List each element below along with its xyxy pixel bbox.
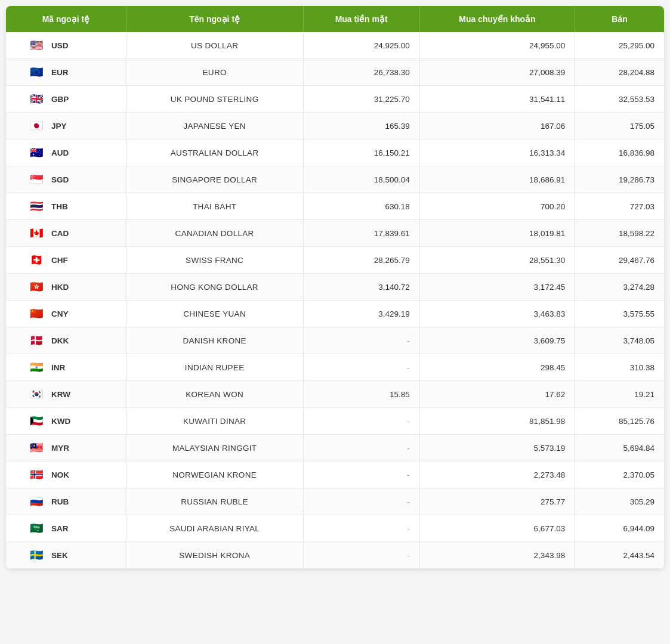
currency-code-cell: 🇲🇾 MYR bbox=[6, 435, 126, 462]
table-row: 🇸🇦 SAR SAUDI ARABIAN RIYAL-6,677.036,944… bbox=[6, 515, 664, 542]
sell-value: 32,553.53 bbox=[575, 86, 664, 113]
currency-code-cell: 🇸🇪 SEK bbox=[6, 542, 126, 569]
table-row: 🇰🇼 KWD KUWAITI DINAR-81,851.9885,125.76 bbox=[6, 408, 664, 435]
table-row: 🇮🇳 INR INDIAN RUPEE-298.45310.38 bbox=[6, 354, 664, 381]
sell-value: 29,467.76 bbox=[575, 247, 664, 274]
flag-icon: 🇸🇪 bbox=[30, 549, 47, 561]
buy-transfer-value: 81,851.98 bbox=[419, 408, 575, 435]
sell-value: 175.05 bbox=[575, 113, 664, 140]
sell-value: 16,836.98 bbox=[575, 140, 664, 166]
buy-cash-value: 28,265.79 bbox=[303, 247, 419, 274]
table-row: 🇹🇭 THB THAI BAHT630.18700.20727.03 bbox=[6, 193, 664, 220]
sell-value: 3,748.05 bbox=[575, 327, 664, 354]
buy-cash-value: - bbox=[303, 408, 419, 435]
sell-value: 2,443.54 bbox=[575, 542, 664, 569]
table-row: 🇩🇰 DKK DANISH KRONE-3,609.753,748.05 bbox=[6, 327, 664, 354]
currency-name-cell: CANADIAN DOLLAR bbox=[126, 220, 303, 247]
currency-code-cell: 🇮🇳 INR bbox=[6, 354, 126, 381]
buy-transfer-value: 27,008.39 bbox=[419, 59, 575, 86]
buy-transfer-value: 298.45 bbox=[419, 354, 575, 381]
table-row: 🇸🇬 SGD SINGAPORE DOLLAR18,500.0418,686.9… bbox=[6, 166, 664, 193]
flag-icon: 🇷🇺 bbox=[30, 496, 47, 507]
sell-value: 310.38 bbox=[575, 354, 664, 381]
buy-cash-value: 24,925.00 bbox=[303, 32, 419, 59]
currency-name-cell: EURO bbox=[126, 59, 303, 86]
flag-icon: 🇲🇾 bbox=[30, 442, 47, 454]
currency-code: AUD bbox=[51, 148, 69, 157]
buy-transfer-value: 18,686.91 bbox=[419, 166, 575, 193]
currency-code-cell: 🇺🇸 USD bbox=[6, 32, 126, 59]
buy-transfer-value: 2,343.98 bbox=[419, 542, 575, 569]
table-row: 🇳🇴 NOK NORWEGIAN KRONE-2,273.482,370.05 bbox=[6, 462, 664, 488]
currency-name-cell: SWEDISH KRONA bbox=[126, 542, 303, 569]
currency-code: DKK bbox=[51, 336, 69, 345]
currency-name-cell: CHINESE YUAN bbox=[126, 301, 303, 327]
sell-value: 28,204.88 bbox=[575, 59, 664, 86]
buy-transfer-value: 2,273.48 bbox=[419, 462, 575, 488]
buy-transfer-value: 167.06 bbox=[419, 113, 575, 140]
buy-cash-value: - bbox=[303, 488, 419, 515]
currency-name-cell: US DOLLAR bbox=[126, 32, 303, 59]
buy-transfer-value: 3,172.45 bbox=[419, 274, 575, 301]
currency-code-cell: 🇬🇧 GBP bbox=[6, 86, 126, 113]
sell-value: 2,370.05 bbox=[575, 462, 664, 488]
buy-cash-value: 26,738.30 bbox=[303, 59, 419, 86]
currency-code: GBP bbox=[51, 95, 69, 104]
buy-transfer-value: 24,955.00 bbox=[419, 32, 575, 59]
table-row: 🇷🇺 RUB RUSSIAN RUBLE-275.77305.29 bbox=[6, 488, 664, 515]
flag-icon: 🇪🇺 bbox=[30, 66, 47, 78]
header-code: Mã ngoại tệ bbox=[6, 6, 126, 32]
table-row: 🇨🇦 CAD CANADIAN DOLLAR17,839.6118,019.81… bbox=[6, 220, 664, 247]
table-row: 🇪🇺 EUR EURO26,738.3027,008.3928,204.88 bbox=[6, 59, 664, 86]
currency-code-cell: 🇯🇵 JPY bbox=[6, 113, 126, 140]
currency-code-cell: 🇰🇷 KRW bbox=[6, 381, 126, 408]
buy-cash-value: 15.85 bbox=[303, 381, 419, 408]
buy-cash-value: - bbox=[303, 515, 419, 542]
currency-name-cell: SINGAPORE DOLLAR bbox=[126, 166, 303, 193]
flag-icon: 🇬🇧 bbox=[30, 93, 47, 105]
buy-transfer-value: 31,541.11 bbox=[419, 86, 575, 113]
buy-transfer-value: 3,463.83 bbox=[419, 301, 575, 327]
currency-code-cell: 🇨🇳 CNY bbox=[6, 301, 126, 327]
currency-code-cell: 🇸🇦 SAR bbox=[6, 515, 126, 542]
sell-value: 25,295.00 bbox=[575, 32, 664, 59]
currency-code: USD bbox=[51, 41, 69, 50]
buy-transfer-value: 16,313.34 bbox=[419, 140, 575, 166]
currency-name-cell: SWISS FRANC bbox=[126, 247, 303, 274]
flag-icon: 🇸🇦 bbox=[30, 522, 47, 534]
header-buy-transfer: Mua chuyển khoản bbox=[419, 6, 575, 32]
currency-code: MYR bbox=[51, 444, 69, 453]
currency-code: KWD bbox=[51, 417, 70, 426]
currency-name-cell: UK POUND STERLING bbox=[126, 86, 303, 113]
currency-code-cell: 🇰🇼 KWD bbox=[6, 408, 126, 435]
flag-icon: 🇳🇴 bbox=[30, 469, 47, 481]
currency-name-cell: INDIAN RUPEE bbox=[126, 354, 303, 381]
currency-code: SGD bbox=[51, 175, 69, 184]
currency-code: RUB bbox=[51, 497, 69, 506]
currency-code-cell: 🇩🇰 DKK bbox=[6, 327, 126, 354]
buy-transfer-value: 17.62 bbox=[419, 381, 575, 408]
flag-icon: 🇺🇸 bbox=[30, 39, 47, 51]
table-row: 🇲🇾 MYR MALAYSIAN RINGGIT-5,573.195,694.8… bbox=[6, 435, 664, 462]
sell-value: 18,598.22 bbox=[575, 220, 664, 247]
currency-code: CNY bbox=[51, 309, 69, 318]
buy-transfer-value: 700.20 bbox=[419, 193, 575, 220]
buy-transfer-value: 3,609.75 bbox=[419, 327, 575, 354]
currency-code: THB bbox=[51, 202, 68, 211]
currency-code: SEK bbox=[51, 551, 68, 560]
currency-name-cell: DANISH KRONE bbox=[126, 327, 303, 354]
flag-icon: 🇭🇰 bbox=[30, 281, 47, 293]
currency-name-cell: KOREAN WON bbox=[126, 381, 303, 408]
flag-icon: 🇸🇬 bbox=[30, 174, 47, 185]
buy-cash-value: 630.18 bbox=[303, 193, 419, 220]
currency-code: JPY bbox=[51, 122, 67, 131]
buy-cash-value: - bbox=[303, 462, 419, 488]
table-row: 🇰🇷 KRW KOREAN WON15.8517.6219.21 bbox=[6, 381, 664, 408]
buy-cash-value: 31,225.70 bbox=[303, 86, 419, 113]
buy-transfer-value: 5,573.19 bbox=[419, 435, 575, 462]
table-row: 🇸🇪 SEK SWEDISH KRONA-2,343.982,443.54 bbox=[6, 542, 664, 569]
sell-value: 6,944.09 bbox=[575, 515, 664, 542]
currency-name-cell: AUSTRALIAN DOLLAR bbox=[126, 140, 303, 166]
flag-icon: 🇰🇼 bbox=[30, 415, 47, 427]
buy-cash-value: - bbox=[303, 542, 419, 569]
